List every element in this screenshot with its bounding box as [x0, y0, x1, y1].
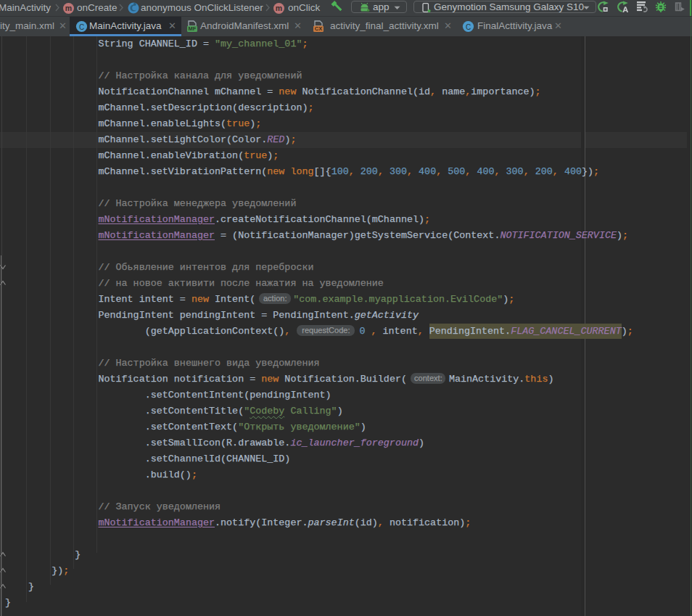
svg-text:CX: CX [315, 25, 322, 32]
svg-text:MF: MF [189, 25, 197, 32]
svg-text:C: C [466, 23, 471, 31]
svg-text:C: C [79, 23, 84, 31]
